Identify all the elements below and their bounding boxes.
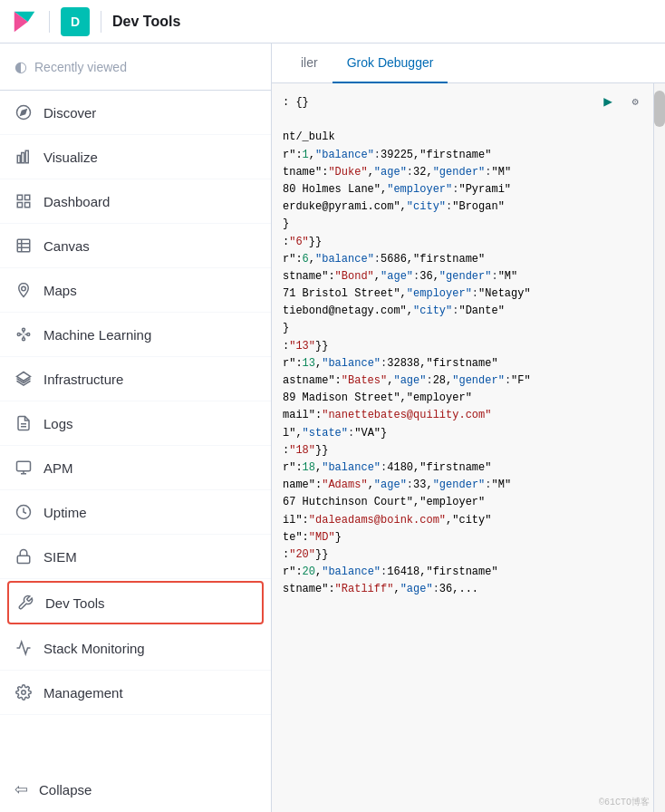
- sidebar-item-infrastructure[interactable]: Infrastructure: [0, 357, 271, 401]
- sidebar-item-label-siem: SIEM: [43, 549, 77, 565]
- ml-icon: [14, 325, 33, 343]
- collapse-label: Collapse: [39, 782, 92, 798]
- sidebar-item-label-maps: Maps: [43, 283, 77, 298]
- header: D Dev Tools: [0, 0, 665, 44]
- sidebar-item-visualize[interactable]: Visualize: [0, 135, 271, 179]
- monitor-icon: [14, 459, 33, 477]
- sidebar-item-uptime[interactable]: Uptime: [0, 490, 271, 535]
- svg-rect-10: [25, 203, 30, 208]
- code-line-5: 80 Holmes Lane","employer":"Pyrami": [283, 181, 642, 198]
- svg-marker-3: [21, 110, 26, 115]
- map-pin-icon: [14, 281, 33, 299]
- code-line-24: il":"daleadams@boink.com","city": [283, 512, 642, 529]
- collapse-icon: ⇦: [14, 779, 28, 799]
- code-line-14: :"13"}}: [283, 338, 642, 355]
- code-line-17: 89 Madison Street","employer": [283, 390, 642, 407]
- code-line-8: :"6"}}: [283, 234, 642, 251]
- code-line-21: r":18,"balance":4180,"firstname": [283, 459, 642, 477]
- sidebar-item-label-apm: APM: [43, 460, 73, 476]
- svg-rect-11: [17, 239, 30, 252]
- sidebar-item-canvas[interactable]: Canvas: [0, 224, 271, 268]
- sidebar-item-label-canvas: Canvas: [43, 238, 90, 254]
- svg-rect-4: [17, 156, 20, 163]
- tab-bar: iler Grok Debugger: [272, 44, 665, 83]
- code-line-3: r":1,"balance":39225,"firstname": [283, 147, 642, 164]
- svg-rect-5: [22, 153, 24, 163]
- code-line-15: r":13,"balance":32838,"firstname": [283, 355, 642, 372]
- code-line-26: :"20"}}: [283, 546, 642, 564]
- code-line-18: mail":"nanettebates@quility.com": [283, 407, 642, 424]
- watermark: ©61CTO博客: [599, 796, 650, 808]
- sidebar-item-label-logs: Logs: [43, 416, 73, 431]
- sidebar-item-management[interactable]: Management: [0, 671, 271, 715]
- compass-icon: [14, 103, 33, 121]
- grid-icon: [14, 192, 33, 210]
- nav-items-container: DiscoverVisualizeDashboardCanvasMapsMach…: [0, 91, 271, 715]
- table-icon: [14, 237, 33, 255]
- layers-icon: [14, 370, 33, 388]
- sidebar-item-label-stack-monitoring: Stack Monitoring: [43, 641, 145, 656]
- sidebar-item-siem[interactable]: SIEM: [0, 535, 271, 579]
- kibana-logo: [11, 8, 38, 35]
- sidebar-item-label-discover: Discover: [43, 105, 96, 121]
- sidebar: ◐ Recently viewed DiscoverVisualizeDashb…: [0, 44, 272, 812]
- header-divider: [49, 11, 50, 33]
- header-title: Dev Tools: [112, 14, 180, 30]
- pulse-icon: [14, 639, 33, 657]
- user-avatar[interactable]: D: [61, 7, 90, 36]
- tab-profiler[interactable]: iler: [286, 44, 332, 83]
- code-line-23: 67 Hutchinson Court","employer": [283, 494, 642, 511]
- recently-viewed[interactable]: ◐ Recently viewed: [0, 44, 271, 91]
- sidebar-item-label-machine-learning: Machine Learning: [43, 327, 151, 343]
- code-line-19: l","state":"VA"}: [283, 425, 642, 442]
- svg-rect-6: [25, 150, 28, 163]
- sidebar-item-apm[interactable]: APM: [0, 446, 271, 490]
- code-content: : {} nt/_bulkr":1,"balance":39225,"first…: [283, 94, 642, 598]
- code-line-7: }: [283, 216, 642, 233]
- scrollbar-thumb[interactable]: [654, 91, 665, 127]
- doc-icon: [14, 414, 33, 432]
- svg-rect-7: [17, 195, 22, 199]
- editor-panel[interactable]: ▶ ⚙ : {} nt/_bulkr":1,"balance":39225,"f…: [272, 83, 654, 812]
- sidebar-item-maps[interactable]: Maps: [0, 268, 271, 313]
- sidebar-item-label-dashboard: Dashboard: [43, 194, 110, 209]
- code-line-16: astname":"Bates","age":28,"gender":"F": [283, 372, 642, 390]
- sidebar-item-discover[interactable]: Discover: [0, 91, 271, 135]
- settings-icon[interactable]: ⚙: [624, 91, 646, 112]
- sidebar-item-machine-learning[interactable]: Machine Learning: [0, 313, 271, 357]
- svg-rect-9: [17, 203, 22, 208]
- lock-icon: [14, 547, 33, 566]
- sidebar-item-label-management: Management: [43, 685, 123, 701]
- collapse-item[interactable]: ⇦ Collapse: [0, 767, 271, 812]
- code-line-27: r":20,"balance":16418,"firstname": [283, 564, 642, 581]
- code-line-12: tiebond@netagy.com","city":"Dante": [283, 303, 642, 320]
- svg-point-18: [27, 334, 30, 336]
- sidebar-item-stack-monitoring[interactable]: Stack Monitoring: [0, 626, 271, 671]
- wrench-icon: [16, 594, 34, 612]
- bar-chart-icon: [14, 148, 33, 166]
- scrollbar-track[interactable]: [654, 83, 665, 812]
- code-line-11: 71 Bristol Street","employer":"Netagy": [283, 285, 642, 303]
- sidebar-item-label-uptime: Uptime: [43, 505, 87, 520]
- gear-icon: [14, 683, 33, 701]
- svg-point-15: [22, 286, 26, 291]
- tab-profiler-label: iler: [301, 55, 318, 70]
- sidebar-item-label-visualize: Visualize: [43, 150, 98, 165]
- tab-grok-debugger[interactable]: Grok Debugger: [332, 44, 448, 83]
- sidebar-item-dev-tools[interactable]: Dev Tools: [7, 581, 264, 624]
- recently-viewed-label: Recently viewed: [34, 60, 127, 74]
- code-line-10: stname":"Bond","age":36,"gender":"M": [283, 268, 642, 285]
- run-button[interactable]: ▶: [597, 91, 619, 112]
- code-line-9: r":6,"balance":5686,"firstname": [283, 251, 642, 268]
- svg-point-19: [23, 338, 25, 341]
- sidebar-item-logs[interactable]: Logs: [0, 401, 271, 446]
- code-line-4: tname":"Duke","age":32,"gender":"M": [283, 164, 642, 181]
- editor-area: ▶ ⚙ : {} nt/_bulkr":1,"balance":39225,"f…: [272, 83, 665, 812]
- svg-rect-27: [17, 461, 31, 471]
- code-line-28: stname":"Ratliff","age":36,...: [283, 581, 642, 598]
- code-line-25: te":"MD"}: [283, 529, 642, 546]
- code-line-2: nt/_bulk: [283, 129, 642, 146]
- svg-point-17: [23, 328, 25, 331]
- sidebar-item-dashboard[interactable]: Dashboard: [0, 179, 271, 224]
- clock-icon: ◐: [14, 58, 27, 75]
